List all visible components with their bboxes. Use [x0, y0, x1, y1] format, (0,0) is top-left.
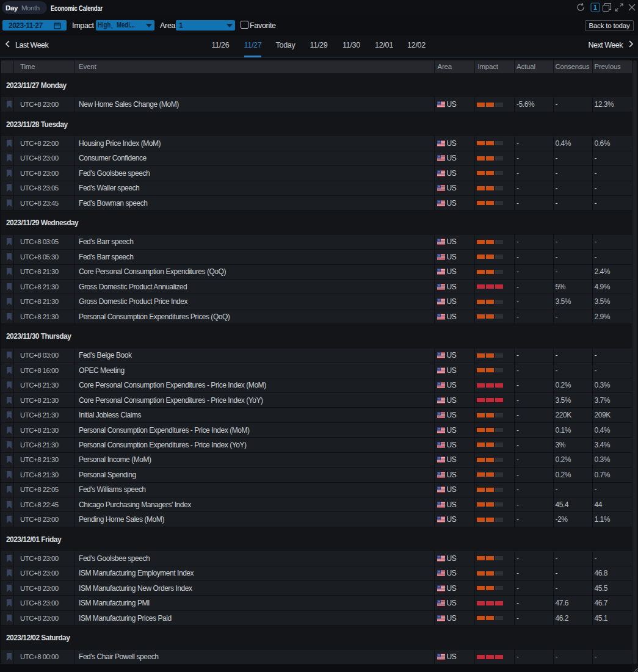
svg-text:1: 1	[593, 4, 597, 11]
